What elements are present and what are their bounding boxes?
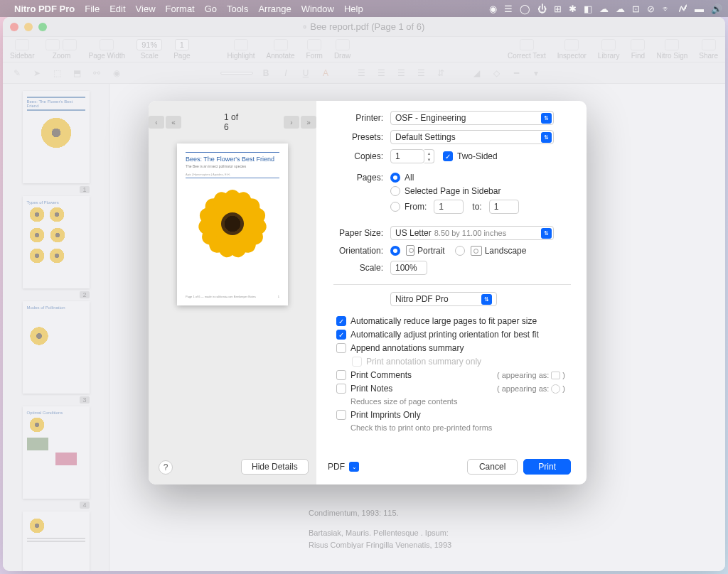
auto-reduce-checkbox[interactable]: ✓	[336, 316, 346, 326]
menu-help[interactable]: Help	[344, 4, 363, 14]
copies-input[interactable]: 1	[390, 149, 424, 163]
menu-file[interactable]: File	[85, 4, 100, 14]
portrait-radio[interactable]	[390, 246, 400, 256]
pdf-menu[interactable]: PDF⌄	[328, 462, 359, 472]
note-glyph-icon[interactable]	[551, 384, 560, 394]
auto-orient-label: Automatically adjust printing orientatio…	[350, 330, 539, 340]
pages-label: Pages:	[316, 173, 390, 183]
imprints-help-text: Check this to print onto pre-printed for…	[350, 423, 571, 432]
settings-pane: Printer: OSF - Engineering⇅ Presets: Def…	[316, 101, 587, 484]
flag-icon[interactable]: ▬	[695, 4, 704, 14]
pages-from-label: From:	[405, 202, 427, 212]
status-icon[interactable]: ◧	[584, 4, 592, 14]
pages-from-input[interactable]: 1	[434, 200, 464, 214]
app-options-select[interactable]: Nitro PDF Pro⇅	[390, 292, 497, 306]
battery-icon[interactable]: 🗲	[678, 4, 687, 14]
print-dialog: ‹ « 1 of 6 › » Bees: The Flower's Best F…	[149, 101, 587, 484]
menu-view[interactable]: View	[136, 4, 156, 14]
wifi-icon[interactable]: ᯤ	[662, 4, 671, 14]
status-icon[interactable]: ⊞	[554, 4, 562, 14]
print-notes-checkbox[interactable]	[336, 384, 346, 394]
prev-page-button[interactable]: ‹	[149, 116, 164, 129]
preview-pane: ‹ « 1 of 6 › » Bees: The Flower's Best F…	[149, 101, 316, 484]
landscape-radio[interactable]	[455, 246, 465, 256]
menu-tools[interactable]: Tools	[227, 4, 248, 14]
pages-selected-label: Selected Page in Sidebar	[405, 186, 500, 196]
pages-to-label: to:	[472, 202, 481, 212]
printer-label: Printer:	[316, 113, 390, 123]
auto-reduce-label: Automatically reduce large pages to fit …	[350, 316, 537, 326]
help-button[interactable]: ?	[159, 460, 173, 475]
scale-input[interactable]: 100%	[390, 261, 427, 275]
pages-selected-radio[interactable]	[390, 186, 400, 196]
hide-details-button[interactable]: Hide Details	[241, 459, 309, 475]
print-imprints-checkbox[interactable]	[336, 410, 346, 420]
status-icon[interactable]: ⊡	[632, 4, 640, 14]
status-icon[interactable]: ◯	[520, 4, 530, 14]
presets-label: Presets:	[316, 132, 390, 142]
status-icon[interactable]: ⊘	[647, 4, 655, 14]
page-indicator: 1 of 6	[224, 112, 241, 132]
print-notes-label: Print Notes	[350, 384, 392, 394]
status-icon[interactable]: ⏻	[537, 4, 547, 14]
copies-stepper[interactable]: ▲▼	[424, 149, 434, 163]
portrait-icon	[406, 245, 414, 256]
cloud-icon[interactable]: ☁	[616, 4, 625, 14]
append-annot-checkbox[interactable]	[336, 343, 346, 353]
notes-help-text: Reduces size of page contents	[350, 397, 571, 406]
menu-arrange[interactable]: Arrange	[258, 4, 291, 14]
preview-page: Bees: The Flower's Best Friend The Bee i…	[177, 144, 288, 305]
pages-to-input[interactable]: 1	[489, 200, 519, 214]
preview-sub: The Bee is an insect pollinator species	[186, 164, 279, 168]
landscape-label: Landscape	[485, 246, 527, 256]
two-sided-checkbox[interactable]: ✓	[443, 151, 453, 161]
menu-format[interactable]: Format	[166, 4, 195, 14]
status-icon[interactable]: ✱	[569, 4, 577, 14]
status-icons: ◉ ☰ ◯ ⏻ ⊞ ✱ ◧ ☁ ☁ ⊡ ⊘ ᯤ 🗲 ▬ 🔊	[489, 4, 722, 14]
print-comments-checkbox[interactable]	[336, 370, 346, 380]
menu-go[interactable]: Go	[205, 4, 217, 14]
print-annot-only-checkbox	[352, 357, 362, 367]
orientation-label: Orientation:	[316, 246, 390, 256]
portrait-label: Portrait	[417, 246, 445, 256]
pages-from-radio[interactable]	[390, 202, 400, 212]
pages-all-label: All	[405, 173, 414, 183]
paper-size-select[interactable]: US Letter8.50 by 11.00 inches⇅	[390, 226, 554, 240]
menu-edit[interactable]: Edit	[109, 4, 125, 14]
menu-window[interactable]: Window	[301, 4, 334, 14]
landscape-icon	[471, 246, 482, 256]
append-annot-label: Append annotations summary	[350, 343, 464, 353]
menu-bar: Nitro PDF Pro File Edit View Format Go T…	[0, 0, 728, 17]
scale-label: Scale:	[316, 263, 390, 273]
preview-title: Bees: The Flower's Best Friend	[186, 156, 279, 163]
comment-glyph-icon[interactable]	[551, 372, 560, 379]
two-sided-label: Two-Sided	[457, 151, 498, 161]
copies-label: Copies:	[316, 151, 390, 161]
print-button[interactable]: Print	[523, 459, 571, 475]
pages-all-radio[interactable]	[390, 173, 400, 183]
paper-size-label: Paper Size:	[316, 228, 390, 238]
cloud-icon[interactable]: ☁	[599, 4, 609, 14]
preview-meta: Apis | Hymenoptera | Apoidea, E.H.	[186, 173, 279, 178]
status-icon[interactable]: ☰	[504, 4, 513, 14]
print-imprints-label: Print Imprints Only	[350, 410, 421, 420]
next-page-button[interactable]: ›	[284, 116, 299, 129]
app-name[interactable]: Nitro PDF Pro	[14, 4, 75, 14]
volume-icon[interactable]: 🔊	[711, 4, 722, 14]
cancel-button[interactable]: Cancel	[467, 459, 518, 475]
auto-orient-checkbox[interactable]: ✓	[336, 330, 346, 340]
printer-select[interactable]: OSF - Engineering⇅	[390, 111, 554, 125]
first-page-button[interactable]: «	[166, 116, 181, 129]
presets-select[interactable]: Default Settings⇅	[390, 130, 554, 144]
last-page-button[interactable]: »	[301, 116, 316, 129]
print-comments-label: Print Comments	[350, 370, 412, 380]
status-icon[interactable]: ◉	[489, 4, 497, 14]
print-annot-only-label: Print annotation summary only	[366, 357, 481, 367]
